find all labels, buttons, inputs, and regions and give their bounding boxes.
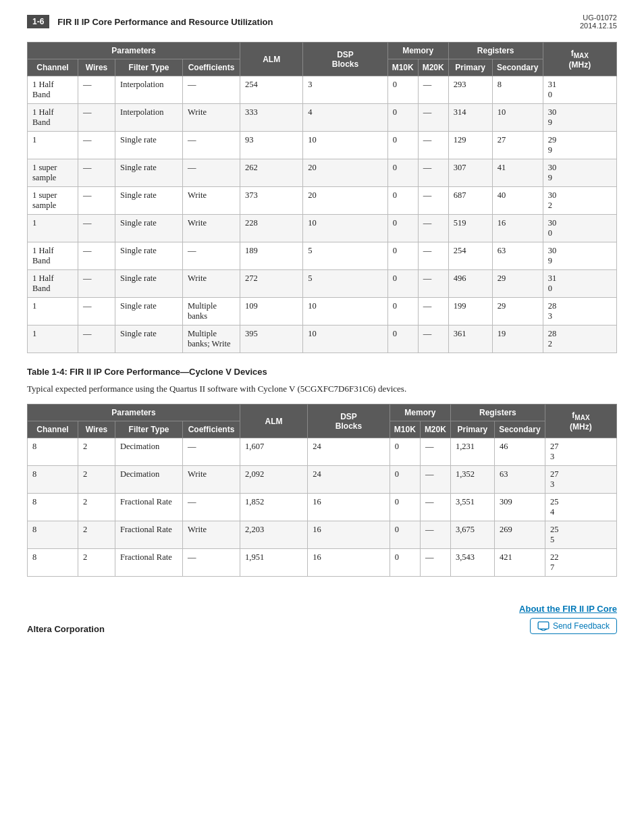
page-footer: Altera Corporation About the FIR II IP C… — [27, 597, 617, 634]
th2-dsp-blocks: DSPBlocks — [308, 405, 390, 438]
table-cell: 307 — [448, 159, 492, 187]
table-row: 82Decimation—1,607240—1,23146273 — [28, 438, 617, 466]
th2-channel: Channel — [28, 421, 78, 438]
table-cell: Single rate — [115, 270, 183, 298]
table-cell: 293 — [448, 76, 492, 104]
table-cell: — — [418, 215, 448, 242]
table-cell: 109 — [240, 298, 303, 325]
table-cell: — — [183, 242, 240, 270]
th-memory: Memory — [387, 43, 448, 59]
table-cell: — — [183, 438, 240, 466]
table-row: 1 Half Band—InterpolationWrite33340—3141… — [28, 104, 617, 132]
doc-id: UG-01072 — [580, 14, 617, 22]
table-cell: 228 — [240, 215, 303, 242]
table-row: 1 super sample—Single rate—262200—307413… — [28, 159, 617, 187]
table-row: 82DecimationWrite2,092240—1,35263273 — [28, 466, 617, 494]
table-cell: — — [420, 494, 450, 521]
table-cell: — — [418, 242, 448, 270]
table-cell: 24 — [308, 438, 390, 466]
table-cell: — — [78, 132, 115, 159]
table-cell: 1 — [28, 132, 78, 159]
feedback-button[interactable]: Send Feedback — [530, 618, 617, 634]
feedback-label: Send Feedback — [553, 621, 610, 631]
table-cell: Fractional Rate — [115, 549, 183, 577]
table-row: 1 Half Band—Single rateWrite27250—496293… — [28, 270, 617, 298]
table-cell: Decimation — [115, 466, 183, 494]
table-cell: 10 — [492, 104, 543, 132]
table-cell: — — [183, 76, 240, 104]
table-cell: Interpolation — [115, 104, 183, 132]
table-row: 82Fractional Rate—1,951160—3,543421227 — [28, 549, 617, 577]
page-header: 1-6 FIR II IP Core Performance and Resou… — [27, 14, 617, 30]
table-cell: 3,675 — [450, 521, 494, 549]
table-cell: 16 — [308, 494, 390, 521]
th-secondary: Secondary — [492, 59, 543, 76]
table-cell: 8 — [28, 521, 78, 549]
table-cell: 0 — [387, 159, 418, 187]
table-cell: 129 — [448, 132, 492, 159]
table-cell: 1 super sample — [28, 187, 78, 215]
table-cell: Multiple banks; Write — [183, 325, 240, 353]
table-cell: 254 — [448, 242, 492, 270]
about-link[interactable]: About the FIR II IP Core — [519, 604, 617, 614]
table-cell: — — [78, 159, 115, 187]
table-cell: — — [418, 270, 448, 298]
table-cell: 282 — [543, 325, 616, 353]
table-cell: Write — [183, 521, 240, 549]
table-cell: 395 — [240, 325, 303, 353]
table-cell: 254 — [545, 494, 616, 521]
table-cell: 1 Half Band — [28, 76, 78, 104]
table-cell: 2 — [78, 521, 115, 549]
table-cell: 10 — [303, 132, 387, 159]
header-left: 1-6 FIR II IP Core Performance and Resou… — [27, 15, 273, 28]
feedback-icon — [537, 621, 549, 631]
table-cell: — — [78, 187, 115, 215]
th-dsp-blocks: DSPBlocks — [303, 43, 387, 76]
th-m20k: M20K — [418, 59, 448, 76]
table-cell: — — [418, 104, 448, 132]
table-row: 1—Single rateMultiple banks; Write395100… — [28, 325, 617, 353]
footer-right: About the FIR II IP Core Send Feedback — [519, 604, 617, 634]
table-cell: 0 — [387, 76, 418, 104]
table-cell: 1 Half Band — [28, 270, 78, 298]
table-cell: 3,551 — [450, 494, 494, 521]
table2-body: 82Decimation—1,607240—1,2314627382Decima… — [28, 438, 617, 577]
th2-fmax: fMAX(MHz) — [545, 405, 616, 438]
th-primary: Primary — [448, 59, 492, 76]
table-cell: 19 — [492, 325, 543, 353]
table-cell: 1 Half Band — [28, 242, 78, 270]
th2-m20k: M20K — [420, 421, 450, 438]
table-cell: — — [418, 132, 448, 159]
table-cell: 1 Half Band — [28, 104, 78, 132]
table-cell: — — [420, 438, 450, 466]
table-cell: — — [418, 159, 448, 187]
table-row: 1—Single rateMultiple banks109100—199292… — [28, 298, 617, 325]
table-cell: 300 — [543, 215, 616, 242]
table-cell: Single rate — [115, 159, 183, 187]
table-cell: 8 — [28, 466, 78, 494]
th-filter-type: Filter Type — [115, 59, 183, 76]
table-row: 1 super sample—Single rateWrite373200—68… — [28, 187, 617, 215]
table-row: 1 Half Band—Interpolation—25430—2938310 — [28, 76, 617, 104]
table-cell: 262 — [240, 159, 303, 187]
table-cell: 0 — [387, 187, 418, 215]
table-cell: 2 — [78, 438, 115, 466]
table-cell: — — [420, 521, 450, 549]
page-number: 1-6 — [27, 15, 49, 28]
table-cell: 0 — [390, 494, 420, 521]
th-registers: Registers — [448, 43, 543, 59]
table-cell: 189 — [240, 242, 303, 270]
table-cell: 1,607 — [240, 438, 308, 466]
table-cell: 310 — [543, 270, 616, 298]
table-cell: 309 — [543, 242, 616, 270]
table-cell: 1,352 — [450, 466, 494, 494]
th2-filter-type: Filter Type — [115, 421, 183, 438]
table-cell: 199 — [448, 298, 492, 325]
th-wires: Wires — [78, 59, 115, 76]
table-1: Parameters ALM DSPBlocks Memory Register… — [27, 42, 617, 353]
table-cell: 40 — [492, 187, 543, 215]
table-cell: 10 — [303, 325, 387, 353]
table-cell: — — [78, 215, 115, 242]
th2-m10k: M10K — [390, 421, 420, 438]
table2-header-top: Parameters ALM DSPBlocks Memory Register… — [28, 405, 617, 421]
